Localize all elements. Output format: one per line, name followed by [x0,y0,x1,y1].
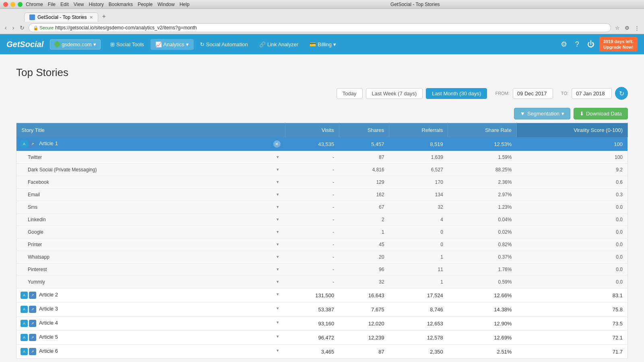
menu-view[interactable]: View [74,2,84,7]
sub-cell-share_rate: 1.23% [448,201,517,214]
sub-expand-button[interactable]: ▾ [275,154,281,160]
forward-button[interactable]: › [11,24,16,32]
article-icons: A ↗ [21,334,36,341]
cell-virality: 72.1 [516,331,627,345]
sub-expand-button[interactable]: ▾ [275,167,281,172]
more-icon[interactable]: ⋮ [633,24,641,32]
cell-shares: 87 [339,345,389,359]
upgrade-badge[interactable]: 3919 days left. Upgrade Now! [599,37,638,52]
expand-button[interactable]: ▾ [275,292,281,297]
expand-button[interactable]: ▾ [275,348,281,353]
expand-button[interactable]: ▾ [275,306,281,311]
cell-visits: 3,465 [285,345,339,359]
col-referrals: Referrals [389,123,448,138]
sub-expand-button[interactable]: ▾ [275,217,281,222]
cell-referrals: 2,350 [389,345,448,359]
sub-cell-virality: 100 [516,151,627,164]
site-selector[interactable]: gsdemo.com ▾ [50,39,100,49]
nav-social-automation[interactable]: ↻ Social Automation [195,39,253,50]
sub-row: Sms▾-67321.23%0.0 [17,201,628,214]
sub-expand-button[interactable]: ▾ [275,192,281,197]
refresh-button[interactable]: ↻ [615,87,628,100]
menu-bookmarks[interactable]: Bookmarks [109,2,133,7]
sub-cell-shares: 1 [339,226,389,239]
download-icon: ⬇ [580,111,584,117]
table-row[interactable]: A ↗ Article 2 ▾ 131,50016,64317,52412.66… [17,288,628,302]
cell-share_rate: 12.90% [448,317,517,331]
cell-share_rate: 12.69% [448,331,517,345]
sub-expand-button[interactable]: ▾ [275,204,281,210]
sub-cell-visits: - [285,263,339,276]
cell-referrals: 12,653 [389,317,448,331]
new-tab-button[interactable]: + [99,11,109,22]
menu-history[interactable]: History [89,2,104,7]
menu-window[interactable]: Window [157,2,175,7]
segmentation-button[interactable]: ▼ Segmentation ▾ [514,108,570,119]
sub-cell-virality: 0.0 [516,251,627,263]
sub-cell-visits: - [285,251,339,263]
extensions-icon[interactable]: ⚙ [623,24,631,32]
sub-title-text: Printer [28,242,42,247]
nav-analytics[interactable]: 📈 Analytics ▾ [151,39,194,50]
table-row[interactable]: A ↗ Article 4 ▾ 93,16012,02012,65312.90%… [17,317,628,331]
sub-title-text: Email [28,192,40,197]
sub-expand-button[interactable]: ▾ [275,229,281,234]
expand-button[interactable]: ▾ [275,320,281,325]
tab-close-button[interactable]: ✕ [89,15,93,20]
upgrade-line2: Upgrade Now! [603,44,634,50]
sub-cell-virality: 0.0 [516,214,627,226]
nav-billing[interactable]: 💳 Billing ▾ [305,39,341,50]
nav-social-tools[interactable]: ⊞ Social Tools [105,39,149,50]
power-icon[interactable]: ⏻ [584,39,598,50]
table-row[interactable]: A ↗ Article 5 ▾ 96,47212,23912,57812.69%… [17,331,628,345]
sub-expand-button[interactable]: ▾ [275,179,281,185]
menu-help[interactable]: Help [180,2,190,7]
nav-link-analyzer[interactable]: 🔗 Link Analyzer [254,39,303,50]
table-row[interactable]: A ↗ Article 1 ✕ 43,5355,4578,51912.53%10… [17,137,628,151]
expand-button[interactable]: ▾ [275,334,281,339]
last-month-button[interactable]: Last Month (30 days) [426,88,487,99]
active-tab[interactable]: GetSocial - Top Stories ✕ [24,12,98,22]
menu-chrome[interactable]: Chrome [26,2,43,7]
url-text: https://getsocial.io/sites/gsdemo-com/an… [55,25,197,31]
sub-row-title: Printer▾ [17,239,285,251]
to-date-input[interactable]: 07 Jan 2018 [572,88,612,99]
cell-visits: 96,472 [285,331,339,345]
sub-expand-button[interactable]: ▾ [275,279,281,284]
today-button[interactable]: Today [336,88,363,99]
sub-row-title: Yummly▾ [17,276,285,288]
col-visits: Visits [285,123,339,138]
tab-bar: GetSocial - Top Stories ✕ + [0,9,644,22]
bookmark-icon[interactable]: ☆ [613,24,621,32]
help-icon[interactable]: ? [572,39,582,50]
sub-cell-shares: 96 [339,263,389,276]
sub-title-text: Linkedin [28,217,46,222]
reload-button[interactable]: ↻ [18,24,26,32]
table-row[interactable]: A ↗ Article 6 ▾ 3,465872,3502.51%71.7 [17,345,628,359]
download-button[interactable]: ⬇ Download Data [574,108,628,119]
sub-expand-button[interactable]: ▾ [275,254,281,259]
menu-people[interactable]: People [138,2,153,7]
sub-row: Twitter▾-871,6391.59%100 [17,151,628,164]
sub-title-text: Twitter [28,154,42,160]
address-bar[interactable]: 🔒 Secure https://getsocial.io/sites/gsde… [29,23,611,32]
settings-icon[interactable]: ⚙ [557,38,570,50]
from-date-input[interactable]: 09 Dec 2017 [513,88,553,99]
article-icon-1: A [21,348,28,355]
close-button[interactable] [3,2,8,7]
last-week-button[interactable]: Last Week (7 days) [366,88,423,99]
cell-visits: 43,535 [285,137,339,151]
maximize-button[interactable] [18,2,23,7]
main-content: Top Stories Today Last Week (7 days) Las… [0,54,644,362]
collapse-button[interactable]: ✕ [273,140,281,148]
menu-edit[interactable]: Edit [60,2,69,7]
back-button[interactable]: ‹ [3,24,8,32]
sub-expand-button[interactable]: ▾ [275,267,281,272]
menu-file[interactable]: File [48,2,56,7]
sub-row: Google▾-100.02%0.0 [17,226,628,239]
site-dropdown-icon: ▾ [93,41,96,47]
table-row[interactable]: A ↗ Article 3 ▾ 53,3877,6758,74614.38%75… [17,302,628,317]
sub-cell-referrals: 1 [389,251,448,263]
sub-expand-button[interactable]: ▾ [275,242,281,247]
minimize-button[interactable] [10,2,15,7]
